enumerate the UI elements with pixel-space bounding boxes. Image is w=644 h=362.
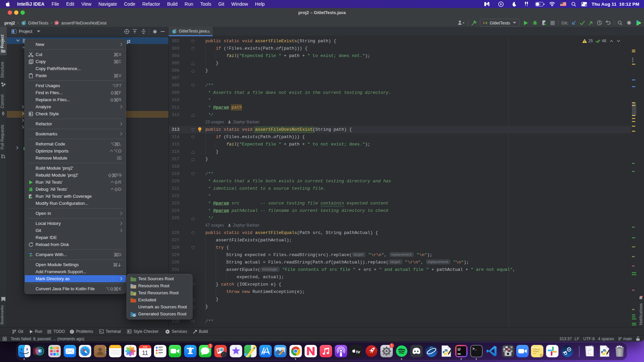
svg-text:>_: >_ [472, 347, 477, 351]
svg-text:m: m [56, 21, 58, 24]
svg-text:C: C [22, 21, 25, 25]
svg-text:IJ: IJ [458, 348, 461, 351]
svg-text:tv: tv [356, 349, 360, 354]
svg-text:11: 11 [142, 350, 148, 356]
svg-text:C: C [173, 30, 175, 33]
svg-text:AUG: AUG [143, 346, 148, 348]
